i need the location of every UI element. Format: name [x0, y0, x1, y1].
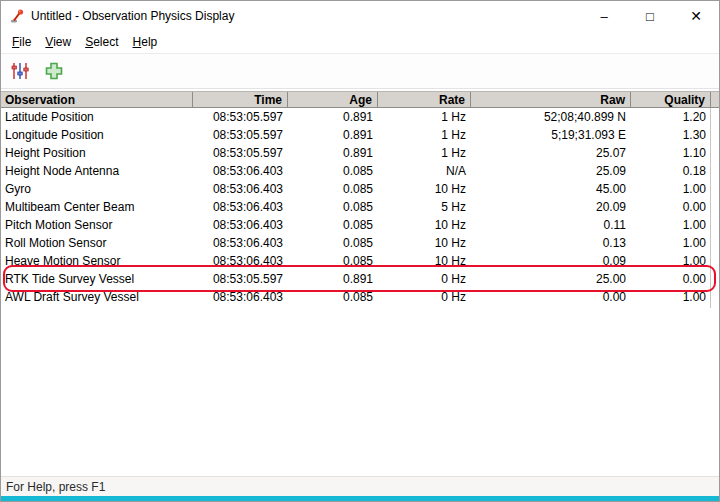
add-icon: [44, 61, 64, 81]
cell-rate: 1 Hz: [378, 126, 471, 144]
cell-quality: 0.18: [631, 162, 711, 180]
cell-observation: Gyro: [1, 180, 193, 198]
menu-file[interactable]: File: [5, 32, 38, 52]
menu-help[interactable]: Help: [126, 32, 165, 52]
cell-rate: 10 Hz: [378, 234, 471, 252]
toolbar: [1, 53, 719, 89]
column-header-time[interactable]: Time: [193, 92, 288, 107]
window-bottom-edge: [1, 496, 719, 501]
cell-observation: Pitch Motion Sensor: [1, 216, 193, 234]
cell-raw: 5;19;31.093 E: [471, 126, 631, 144]
cell-raw: 0.00: [471, 288, 631, 306]
cell-raw: 25.09: [471, 162, 631, 180]
cell-time: 08:53:06.403: [193, 252, 288, 270]
table-row[interactable]: Gyro 08:53:06.403 0.085 10 Hz 45.00 1.00: [1, 180, 720, 198]
column-header-raw[interactable]: Raw: [471, 92, 631, 107]
cell-observation: Height Position: [1, 144, 193, 162]
cell-time: 08:53:06.403: [193, 216, 288, 234]
cell-time: 08:53:06.403: [193, 288, 288, 306]
cell-age: 0.085: [288, 252, 378, 270]
cell-time: 08:53:05.597: [193, 108, 288, 126]
table-row[interactable]: AWL Draft Survey Vessel 08:53:06.403 0.0…: [1, 288, 720, 306]
status-bar: For Help, press F1: [1, 476, 719, 496]
status-text: For Help, press F1: [6, 480, 105, 494]
cell-raw: 20.09: [471, 198, 631, 216]
minimize-button[interactable]: –: [581, 1, 627, 31]
cell-rate: 10 Hz: [378, 252, 471, 270]
cell-observation: Latitude Position: [1, 108, 193, 126]
cell-quality: 1.00: [631, 234, 711, 252]
maximize-button[interactable]: □: [627, 1, 673, 31]
cell-raw: 45.00: [471, 180, 631, 198]
cell-time: 08:53:06.403: [193, 180, 288, 198]
cell-rate: 10 Hz: [378, 180, 471, 198]
cell-quality: 1.20: [631, 108, 711, 126]
cell-rate: 0 Hz: [378, 288, 471, 306]
cell-observation: Roll Motion Sensor: [1, 234, 193, 252]
cell-quality: 0.00: [631, 198, 711, 216]
grid-right-rule: [710, 108, 711, 308]
menu-bar: File View Select Help: [1, 31, 719, 53]
add-button[interactable]: [41, 58, 67, 84]
close-button[interactable]: ✕: [673, 1, 719, 31]
table-row[interactable]: Pitch Motion Sensor 08:53:06.403 0.085 1…: [1, 216, 720, 234]
observation-grid: Observation Time Age Rate Raw Quality La…: [1, 91, 720, 306]
cell-age: 0.891: [288, 144, 378, 162]
cell-age: 0.085: [288, 234, 378, 252]
grid-header: Observation Time Age Rate Raw Quality: [1, 91, 720, 108]
cell-rate: 1 Hz: [378, 108, 471, 126]
column-header-quality[interactable]: Quality: [631, 92, 711, 107]
cell-observation: AWL Draft Survey Vessel: [1, 288, 193, 306]
cell-time: 08:53:05.597: [193, 144, 288, 162]
sliders-button[interactable]: [7, 58, 33, 84]
cell-rate: 5 Hz: [378, 198, 471, 216]
window-title: Untitled - Observation Physics Display: [31, 9, 234, 23]
app-icon: [9, 8, 25, 24]
cell-raw: 25.00: [471, 270, 631, 288]
cell-time: 08:53:05.597: [193, 126, 288, 144]
table-row-rtk-tide[interactable]: RTK Tide Survey Vessel 08:53:05.597 0.89…: [1, 270, 720, 288]
cell-rate: 0 Hz: [378, 270, 471, 288]
cell-time: 08:53:05.597: [193, 270, 288, 288]
cell-age: 0.891: [288, 270, 378, 288]
column-header-rate[interactable]: Rate: [378, 92, 471, 107]
table-row[interactable]: Longitude Position 08:53:05.597 0.891 1 …: [1, 126, 720, 144]
cell-age: 0.891: [288, 126, 378, 144]
app-window: Untitled - Observation Physics Display –…: [0, 0, 720, 502]
table-row[interactable]: Roll Motion Sensor 08:53:06.403 0.085 10…: [1, 234, 720, 252]
cell-observation: Height Node Antenna: [1, 162, 193, 180]
table-row[interactable]: Height Position 08:53:05.597 0.891 1 Hz …: [1, 144, 720, 162]
cell-raw: 0.09: [471, 252, 631, 270]
menu-select[interactable]: Select: [78, 32, 125, 52]
cell-quality: 1.30: [631, 126, 711, 144]
table-row[interactable]: Multibeam Center Beam 08:53:06.403 0.085…: [1, 198, 720, 216]
cell-age: 0.891: [288, 108, 378, 126]
table-row[interactable]: Heave Motion Sensor 08:53:06.403 0.085 1…: [1, 252, 720, 270]
cell-age: 0.085: [288, 198, 378, 216]
column-header-observation[interactable]: Observation: [1, 92, 193, 107]
column-header-filler: [711, 92, 720, 107]
table-row[interactable]: Height Node Antenna 08:53:06.403 0.085 N…: [1, 162, 720, 180]
cell-quality: 1.10: [631, 144, 711, 162]
cell-quality: 1.00: [631, 288, 711, 306]
table-row[interactable]: Latitude Position 08:53:05.597 0.891 1 H…: [1, 108, 720, 126]
cell-rate: 10 Hz: [378, 216, 471, 234]
cell-age: 0.085: [288, 288, 378, 306]
cell-time: 08:53:06.403: [193, 234, 288, 252]
title-bar[interactable]: Untitled - Observation Physics Display –…: [1, 1, 719, 31]
cell-age: 0.085: [288, 180, 378, 198]
cell-time: 08:53:06.403: [193, 162, 288, 180]
cell-age: 0.085: [288, 216, 378, 234]
cell-quality: 1.00: [631, 252, 711, 270]
cell-quality: 1.00: [631, 216, 711, 234]
cell-rate: N/A: [378, 162, 471, 180]
sliders-icon: [10, 61, 30, 81]
cell-raw: 25.07: [471, 144, 631, 162]
cell-raw: 0.11: [471, 216, 631, 234]
cell-observation: Multibeam Center Beam: [1, 198, 193, 216]
menu-view[interactable]: View: [38, 32, 78, 52]
cell-observation: RTK Tide Survey Vessel: [1, 270, 193, 288]
cell-raw: 52;08;40.899 N: [471, 108, 631, 126]
column-header-age[interactable]: Age: [288, 92, 378, 107]
cell-raw: 0.13: [471, 234, 631, 252]
